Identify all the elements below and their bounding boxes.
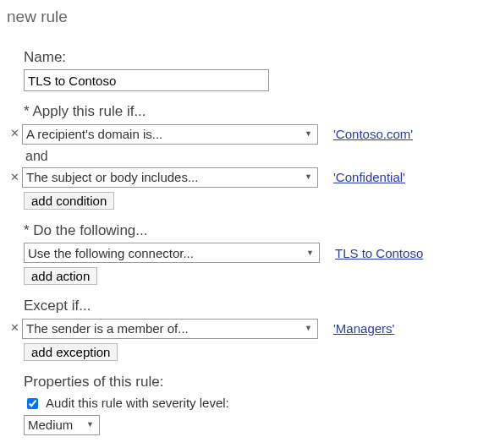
severity-select-text: Medium: [28, 416, 73, 434]
and-label: and: [25, 146, 471, 166]
actions-label: * Do the following...: [24, 221, 471, 242]
condition-value-link-1[interactable]: 'Contoso.com': [333, 125, 413, 144]
action-select-1-text: Use the following connector...: [28, 244, 194, 263]
exception-value-link-1[interactable]: 'Managers': [333, 320, 394, 338]
name-input[interactable]: [24, 69, 269, 91]
add-exception-button[interactable]: add exception: [24, 343, 118, 361]
action-value-link-1[interactable]: TLS to Contoso: [335, 244, 423, 263]
name-label: Name:: [24, 47, 471, 68]
action-select-1[interactable]: Use the following connector... ▼: [24, 243, 320, 263]
chevron-down-icon: ▼: [305, 323, 312, 334]
exception-select-1-text: The sender is a member of...: [26, 320, 189, 338]
exceptions-label: Except if...: [24, 296, 471, 317]
chevron-down-icon: ▼: [86, 419, 94, 430]
exception-select-1[interactable]: The sender is a member of... ▼: [22, 319, 318, 339]
condition-select-2-text: The subject or body includes...: [26, 168, 198, 187]
condition-select-2[interactable]: The subject or body includes... ▼: [22, 167, 318, 188]
condition-select-1-text: A recipient's domain is...: [26, 125, 162, 144]
remove-condition-icon[interactable]: ✕: [10, 170, 22, 186]
add-action-button[interactable]: add action: [24, 267, 97, 285]
conditions-label: * Apply this rule if...: [24, 101, 471, 123]
severity-select[interactable]: Medium ▼: [24, 415, 100, 435]
properties-label: Properties of this rule:: [24, 372, 471, 393]
chevron-down-icon: ▼: [305, 172, 312, 183]
chevron-down-icon: ▼: [306, 248, 314, 259]
remove-condition-icon[interactable]: ✕: [10, 126, 22, 142]
audit-label: Audit this rule with severity level:: [46, 394, 229, 412]
condition-value-link-2[interactable]: 'Confidential': [333, 168, 405, 187]
remove-exception-icon[interactable]: ✕: [10, 320, 22, 336]
audit-checkbox[interactable]: [27, 398, 38, 409]
page-title: new rule: [7, 5, 471, 29]
chevron-down-icon: ▼: [305, 128, 312, 139]
condition-select-1[interactable]: A recipient's domain is... ▼: [22, 124, 318, 145]
add-condition-button[interactable]: add condition: [24, 192, 114, 210]
